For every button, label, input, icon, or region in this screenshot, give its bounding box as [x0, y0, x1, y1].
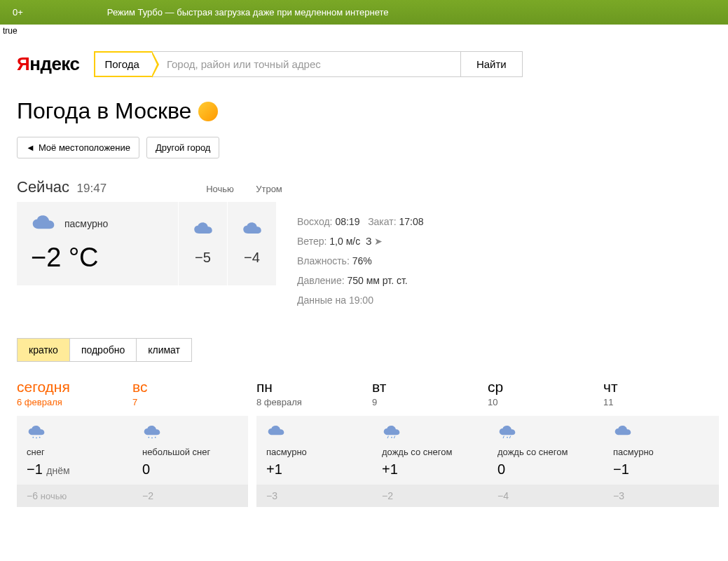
tab-brief[interactable]: кратко: [17, 338, 70, 362]
forecast-day-name: сегодня: [17, 379, 132, 396]
weather-icon: [142, 426, 162, 440]
night-temp: −5: [195, 250, 211, 266]
weather-icon: [382, 426, 401, 440]
forecast-date: 8 февраля: [256, 397, 372, 407]
now-row: пасмурно −2 °C −5 −4 Восход: 08:19 Закат…: [17, 202, 711, 310]
banner-text: Режим Турбо — быстрая загрузка даже при …: [107, 7, 389, 18]
svg-point-7: [391, 437, 392, 438]
forecast-group-weekend: сегодня6 февраляснег−1 днём−6 ночьювс7не…: [17, 379, 248, 507]
svg-line-9: [503, 436, 504, 438]
forecast-day-temp: +1: [382, 461, 478, 478]
weather-icon: [27, 426, 46, 440]
forecast-card: небольшой снег0−2: [132, 416, 248, 507]
sunrise-value: 08:19: [335, 216, 359, 227]
search-category-tag[interactable]: Погода: [94, 51, 152, 77]
forecast-row: сегодня6 февраляснег−1 днём−6 ночьювс7не…: [17, 379, 711, 507]
forecast-date: 7: [132, 397, 248, 407]
svg-point-0: [32, 437, 34, 438]
forecast-date: 10: [488, 397, 603, 407]
svg-point-5: [155, 437, 156, 438]
svg-point-3: [148, 437, 149, 438]
now-condition: пасмурно: [64, 218, 108, 229]
forecast-condition: снег: [27, 447, 123, 457]
location-buttons: ◄ Моё местоположение Другой город: [17, 137, 711, 158]
night-card: −5: [178, 202, 227, 285]
svg-point-1: [36, 437, 37, 438]
forecast-day-name: ср: [488, 379, 603, 396]
humidity-value: 76%: [352, 255, 372, 266]
forecast-tabs: кратко подробно климат: [17, 338, 711, 362]
forecast-date: 6 февраля: [17, 397, 132, 407]
cloud-icon: [242, 222, 263, 237]
tab-climate[interactable]: климат: [136, 338, 192, 362]
forecast-day[interactable]: ср10дождь со снегом0−4: [488, 379, 603, 507]
page-title: Погода в Москве: [17, 98, 711, 124]
search-input[interactable]: [152, 51, 460, 77]
humidity-label: Влажность:: [297, 255, 350, 266]
yandex-logo[interactable]: Яндекс: [17, 53, 80, 75]
my-location-label: Моё местоположение: [39, 142, 130, 153]
weather-details: Восход: 08:19 Закат: 17:08 Ветер: 1,0 м/…: [276, 202, 424, 310]
wind-value: 1,0 м/с: [329, 236, 360, 247]
forecast-condition: дождь со снегом: [497, 447, 593, 457]
forecast-card: снег−1 днём−6 ночью: [17, 416, 132, 507]
header: Яндекс Погода Найти: [0, 37, 728, 98]
svg-line-11: [509, 436, 510, 438]
sunrise-label: Восход:: [297, 216, 333, 227]
forecast-night-temp: −4: [488, 485, 603, 507]
forecast-night-temp: −6 ночью: [17, 485, 132, 507]
logo-y: Я: [17, 53, 29, 74]
svg-line-6: [387, 436, 388, 438]
forecast-day[interactable]: вс7небольшой снег0−2: [132, 379, 248, 507]
tab-detailed[interactable]: подробно: [69, 338, 137, 362]
search-bar: Погода Найти: [94, 51, 523, 77]
forecast-day-name: чт: [603, 379, 719, 396]
forecast-day-name: вт: [372, 379, 488, 396]
svg-point-4: [151, 437, 153, 438]
cloud-icon: [193, 222, 214, 237]
forecast-night-temp: −3: [256, 485, 372, 507]
forecast-card: пасмурно+1−3: [256, 416, 372, 507]
forecast-card: дождь со снегом+1−2: [372, 416, 488, 507]
debug-text: true: [0, 25, 728, 37]
logo-rest: ндекс: [29, 53, 79, 74]
location-arrow-icon: ◄: [26, 142, 35, 153]
age-rating: 0+: [13, 7, 23, 18]
morning-label: Утром: [245, 184, 294, 194]
forecast-day[interactable]: сегодня6 февраляснег−1 днём−6 ночью: [17, 379, 132, 507]
other-city-button[interactable]: Другой город: [146, 137, 219, 158]
search-button[interactable]: Найти: [460, 51, 523, 77]
forecast-day[interactable]: вт9дождь со снегом+1−2: [372, 379, 488, 507]
now-cards: пасмурно −2 °C −5 −4: [17, 202, 276, 285]
cloud-icon: [31, 215, 56, 233]
forecast-day-temp: +1: [266, 461, 362, 478]
forecast-day-temp: −1: [613, 461, 709, 478]
forecast-date: 11: [603, 397, 719, 407]
now-temp: −2 °C: [31, 243, 158, 273]
top-banner: 0+ Режим Турбо — быстрая загрузка даже п…: [0, 0, 728, 25]
wind-arrow-icon: ➤: [374, 236, 383, 247]
svg-point-10: [507, 437, 508, 438]
forecast-day[interactable]: чт11пасмурно−1−3: [603, 379, 719, 507]
morning-card: −4: [227, 202, 276, 285]
forecast-condition: небольшой снег: [142, 447, 238, 457]
wind-dir: З: [366, 236, 371, 247]
forecast-date: 9: [372, 397, 488, 407]
weather-spinner-icon: [198, 102, 218, 121]
my-location-button[interactable]: ◄ Моё местоположение: [17, 137, 139, 158]
wind-label: Ветер:: [297, 236, 327, 247]
sunset-label: Закат:: [368, 216, 396, 227]
forecast-day-temp: −1 днём: [27, 461, 123, 478]
now-label: Сейчас: [17, 178, 69, 196]
forecast-card: пасмурно−1−3: [603, 416, 719, 507]
forecast-day-name: пн: [256, 379, 372, 396]
forecast-day[interactable]: пн8 февраляпасмурно+1−3: [256, 379, 372, 507]
svg-line-8: [394, 436, 394, 438]
main-content: Погода в Москве ◄ Моё местоположение Дру…: [0, 98, 728, 507]
title-text: Погода в Москве: [17, 98, 191, 124]
now-header: Сейчас 19:47 Ночью Утром: [17, 178, 294, 196]
morning-temp: −4: [244, 250, 260, 266]
forecast-condition: пасмурно: [266, 447, 362, 457]
forecast-condition: пасмурно: [613, 447, 709, 457]
night-label: Ночью: [195, 184, 245, 194]
